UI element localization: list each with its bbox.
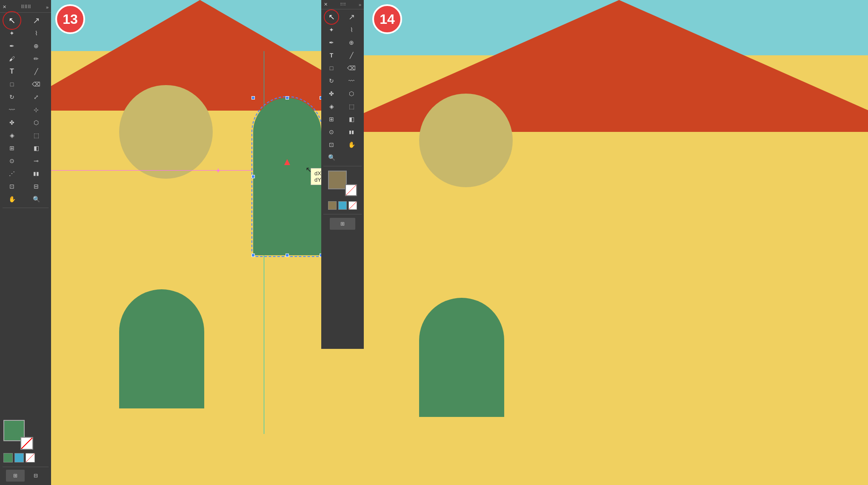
warp-icon: 〰 <box>9 107 15 113</box>
measure-button[interactable]: ⊸ <box>26 155 46 167</box>
right-live-paint-button[interactable]: ◈ <box>323 100 340 112</box>
rect-button[interactable]: □ <box>2 78 22 90</box>
eraser-button[interactable]: ⌫ <box>26 78 46 90</box>
lasso-button[interactable]: ⌇ <box>26 27 46 39</box>
right-eraser-icon: ⌫ <box>347 65 356 71</box>
right-zoom-button[interactable]: 🔍 <box>323 151 340 163</box>
brush-icon: 🖌 <box>9 56 15 62</box>
stroke-small[interactable] <box>14 453 24 462</box>
collapse-button[interactable]: » <box>46 5 49 10</box>
add-anchor-icon: ⊕ <box>34 43 39 49</box>
right-warp-button[interactable]: 〰 <box>343 75 360 87</box>
right-zoom-icon: 🔍 <box>328 154 335 160</box>
puppet-button[interactable]: ✤ <box>2 117 22 128</box>
right-lasso-icon: ⌇ <box>350 27 353 33</box>
eyedropper-button[interactable]: ⊙ <box>2 155 22 167</box>
right-tool-grid: ↖ ↗ ✦ ⌇ ✒ ⊕ T ╱ □ ⌫ ↻ 〰 <box>321 9 364 165</box>
right-puppet-button[interactable]: ✤ <box>323 88 340 100</box>
right-eyedropper-icon: ⊙ <box>329 129 334 135</box>
right-graph-button[interactable]: ▮▮ <box>343 126 360 138</box>
right-view-btn[interactable]: ⊞ <box>330 218 355 230</box>
right-type-button[interactable]: T <box>323 49 340 61</box>
right-gradient-button[interactable]: ◧ <box>343 113 360 125</box>
right-none-swatch[interactable] <box>348 201 357 210</box>
stroke-swatch[interactable] <box>20 437 33 450</box>
select-tool-button[interactable]: ↖ <box>2 14 22 26</box>
right-direct-select-button[interactable]: ↗ <box>343 11 360 23</box>
add-anchor-button[interactable]: ⊕ <box>26 40 46 52</box>
line-button[interactable]: ╱ <box>26 66 46 77</box>
right-panel-header: ✕ ⠿⠿ » <box>321 0 364 9</box>
right-select-button[interactable]: ↖ <box>323 11 340 23</box>
right-live-paint-icon: ◈ <box>329 103 334 109</box>
view-button-2[interactable]: ⊟ <box>26 470 45 482</box>
step-13-badge: 13 <box>55 4 85 34</box>
gradient-button[interactable]: ◧ <box>26 142 46 154</box>
right-mesh-button[interactable]: ⊞ <box>323 113 340 125</box>
right-add-anchor-button[interactable]: ⊕ <box>343 37 360 48</box>
handle-top-mid[interactable] <box>286 96 289 100</box>
none-swatch[interactable] <box>26 453 35 462</box>
right-color-section <box>321 167 364 213</box>
right-stroke-small[interactable] <box>338 201 347 210</box>
mesh-button[interactable]: ⊞ <box>2 142 22 154</box>
right-pen-button[interactable]: ✒ <box>323 37 340 48</box>
zoom-button[interactable]: 🔍 <box>26 193 46 205</box>
rotate-button[interactable]: ↻ <box>2 91 22 103</box>
fill-small[interactable] <box>3 453 13 462</box>
rect-icon: □ <box>10 81 14 87</box>
eyedropper-icon: ⊙ <box>9 158 14 164</box>
right-artboard-button[interactable]: ⊡ <box>323 139 340 151</box>
right-rect-icon: □ <box>330 65 333 71</box>
right-magic-button[interactable]: ✦ <box>323 24 340 36</box>
right-lasso-button[interactable]: ⌇ <box>343 24 360 36</box>
free-transform-button[interactable]: ⊹ <box>26 104 46 116</box>
close-button[interactable]: ✕ <box>3 4 6 10</box>
slice-button[interactable]: ⊡ <box>2 180 22 192</box>
right-close-button[interactable]: ✕ <box>324 2 328 7</box>
left-toolbox: ✕ ⠿⠿⠿ » ↖ ↗ ✦ ⌇ ✒ ⊕ 🖌 ✏ <box>0 0 51 485</box>
handle-bottom-left[interactable] <box>251 254 255 257</box>
zoom-icon: 🔍 <box>33 196 40 202</box>
hand-icon: ✋ <box>9 196 16 202</box>
right-rect-button[interactable]: □ <box>323 62 340 74</box>
right-shape-builder-icon: ⬡ <box>349 91 354 97</box>
gradient-icon: ◧ <box>34 145 39 151</box>
perspective-icon: ⬚ <box>34 132 39 138</box>
scale-button[interactable]: ⤢ <box>26 91 46 103</box>
shape-builder-icon: ⬡ <box>34 120 39 126</box>
view-button-1[interactable]: ⊞ <box>6 470 25 482</box>
shape-builder-button[interactable]: ⬡ <box>26 117 46 128</box>
right-eyedropper-button[interactable]: ⊙ <box>323 126 340 138</box>
right-line-button[interactable]: ╱ <box>343 49 360 61</box>
handle-bottom-mid[interactable] <box>286 254 289 257</box>
right-gradient-icon: ◧ <box>349 116 354 122</box>
symbol-sprayer-button[interactable]: ⋰ <box>2 168 22 180</box>
right-artboard-icon: ⊡ <box>329 142 334 148</box>
right-fill-small[interactable] <box>328 201 337 210</box>
brush-button[interactable]: 🖌 <box>2 53 22 65</box>
magic-wand-button[interactable]: ✦ <box>2 27 22 39</box>
right-hand-button[interactable]: ✋ <box>343 139 360 151</box>
right-shape-builder-button[interactable]: ⬡ <box>343 88 360 100</box>
perspective-button[interactable]: ⬚ <box>26 129 46 141</box>
type-button[interactable]: T <box>2 66 22 77</box>
pen-button[interactable]: ✒ <box>2 40 22 52</box>
graph-button[interactable]: ▮▮ <box>26 168 46 180</box>
hand-button[interactable]: ✋ <box>2 193 22 205</box>
artboard-button[interactable]: ⊟ <box>26 180 46 192</box>
right-fill-swatch[interactable] <box>328 171 347 189</box>
right-eraser-button[interactable]: ⌫ <box>343 62 360 74</box>
handle-top-left[interactable] <box>251 96 255 100</box>
right-bottom-controls: ⊞ <box>321 215 364 232</box>
live-paint-button[interactable]: ◈ <box>2 129 22 141</box>
pencil-button[interactable]: ✏ <box>26 53 46 65</box>
right-collapse-button[interactable]: » <box>359 2 361 7</box>
right-stroke-swatch[interactable] <box>345 184 357 196</box>
right-perspective-button[interactable]: ⬚ <box>343 100 360 112</box>
direct-select-button[interactable]: ↗ <box>26 14 46 26</box>
free-transform-icon: ⊹ <box>34 107 39 113</box>
right-rotate-button[interactable]: ↻ <box>323 75 340 87</box>
handle-mid-left[interactable] <box>251 175 255 178</box>
warp-button[interactable]: 〰 <box>2 104 22 116</box>
